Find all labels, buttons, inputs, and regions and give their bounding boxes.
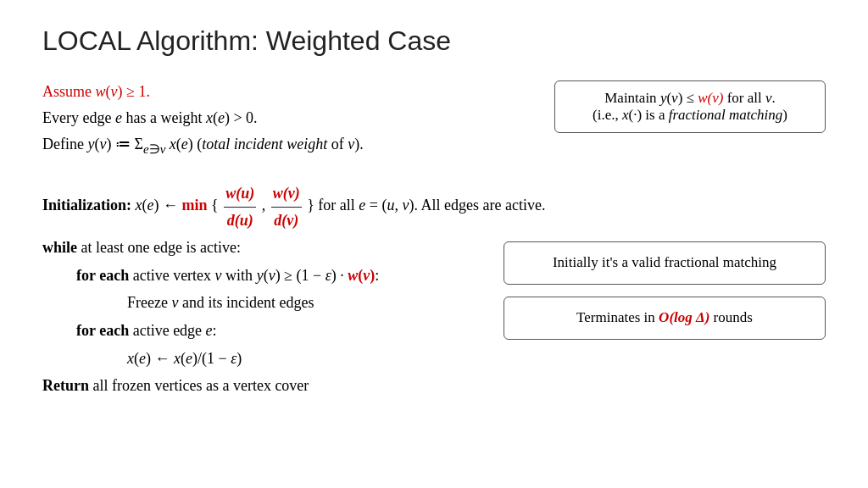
for-edge-line: for each active edge e: [42, 318, 495, 344]
intro-line3: Define y(v) ≔ Σe∋v x(e) (total incident … [42, 133, 364, 158]
while-line: while at least one edge is active: [42, 235, 495, 261]
init-line: Initialization: x(e) ← min { w(u) d(u) ,… [42, 180, 826, 233]
return-line: Return all frozen vertices as a vertex c… [42, 373, 495, 399]
for-vertex-line: for each active vertex v with y(v) ≥ (1 … [42, 263, 495, 289]
terminates-math: O(log Δ) [659, 309, 709, 325]
callout-boxes: Initially it's a valid fractional matchi… [504, 235, 826, 340]
intro-section: Assume w(v) ≥ 1. Every edge e has a weig… [42, 80, 826, 162]
intro-text: Assume w(v) ≥ 1. Every edge e has a weig… [42, 80, 364, 162]
terminates-suffix: rounds [709, 309, 753, 325]
intro-line1: Assume w(v) ≥ 1. [42, 80, 364, 103]
terminates-prefix: Terminates in [576, 309, 659, 325]
fractional-matching-box: Initially it's a valid fractional matchi… [504, 241, 826, 285]
intro-line2: Every edge e has a weight x(e) > 0. [42, 107, 364, 130]
freeze-line: Freeze v and its incident edges [42, 290, 495, 316]
page: LOCAL Algorithm: Weighted Case Assume w(… [0, 0, 868, 488]
update-x-line: x(e) ← x(e)/(1 − ε) [42, 346, 495, 372]
maintain-line2: (i.e., x(·) is a fractional matching) [570, 107, 810, 124]
terminates-box: Terminates in O(log Δ) rounds [504, 297, 826, 340]
page-title: LOCAL Algorithm: Weighted Case [42, 25, 826, 57]
maintain-box: Maintain y(v) ≤ w(v) for all v. (i.e., x… [554, 80, 826, 133]
algo-left: while at least one edge is active: for e… [42, 235, 495, 401]
maintain-line1: Maintain y(v) ≤ w(v) for all v. [570, 90, 810, 107]
algorithm-section: Initialization: x(e) ← min { w(u) d(u) ,… [42, 180, 826, 401]
